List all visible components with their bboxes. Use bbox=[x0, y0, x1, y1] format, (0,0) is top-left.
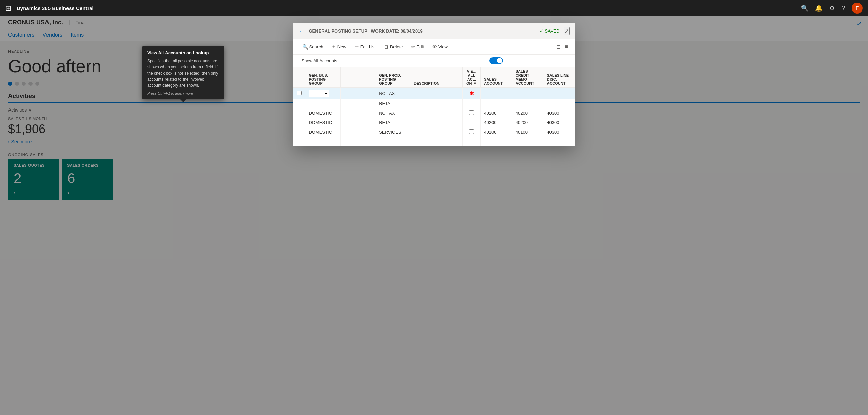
modal: ← GENERAL POSTING SETUP | WORK DATE: 08/… bbox=[293, 23, 575, 146]
cell-gen-bus: DOMESTIC bbox=[305, 118, 341, 127]
tooltip-title: View All Accounts on Lookup bbox=[147, 50, 219, 55]
toggle-row: Show All Accounts bbox=[293, 55, 575, 67]
modal-expand-button[interactable]: ⤢ bbox=[564, 27, 570, 35]
cell-view-all: ✱ bbox=[463, 88, 481, 99]
modal-toolbar: 🔍 Search ＋ New ☰ Edit List 🗑 Delete ✏ Ed… bbox=[293, 39, 575, 55]
view-all-checkbox[interactable] bbox=[469, 101, 474, 105]
pencil-icon: ✏ bbox=[411, 44, 415, 50]
cell-sales-line-disc: 40300 bbox=[543, 108, 575, 118]
table-row: DOMESTICRETAIL402004020040300 bbox=[293, 118, 575, 127]
modal-overlay: ← GENERAL POSTING SETUP | WORK DATE: 08/… bbox=[0, 16, 868, 415]
settings-icon[interactable]: ⚙ bbox=[829, 4, 835, 12]
grid-icon[interactable]: ⊞ bbox=[5, 4, 11, 12]
view-all-checkbox[interactable] bbox=[469, 120, 474, 124]
cell-sales-line-disc: 40300 bbox=[543, 118, 575, 127]
cell-sales-account bbox=[481, 99, 512, 108]
th-view-all[interactable]: VIE...ALLAC...ON ▼ bbox=[463, 67, 481, 88]
cell-sales-credit bbox=[512, 137, 543, 146]
required-asterisk: ✱ bbox=[469, 91, 474, 96]
cell-sales-line-disc bbox=[543, 88, 575, 99]
view-all-checkbox[interactable] bbox=[469, 139, 474, 143]
cell-description bbox=[410, 118, 463, 127]
cell-description bbox=[410, 127, 463, 137]
cell-gen-prod: NO TAX bbox=[375, 108, 410, 118]
row-checkbox[interactable] bbox=[297, 91, 302, 95]
tooltip: View All Accounts on Lookup Specifies th… bbox=[142, 46, 224, 99]
cell-sales-line-disc bbox=[543, 137, 575, 146]
dotted-line bbox=[346, 61, 481, 61]
tooltip-hint: Press Ctrl+F1 to learn more bbox=[147, 91, 219, 95]
show-all-accounts-toggle[interactable] bbox=[489, 57, 503, 64]
eye-icon: 👁 bbox=[432, 44, 437, 50]
edit-button[interactable]: ✏ Edit bbox=[408, 42, 427, 51]
cell-description bbox=[410, 108, 463, 118]
saved-label: SAVED bbox=[545, 28, 559, 34]
th-description: DESCRIPTION bbox=[410, 67, 463, 88]
table-header-row: GEN. BUS.POSTINGGROUP GEN. PROD.POSTINGG… bbox=[293, 67, 575, 88]
cell-sales-credit: 40200 bbox=[512, 108, 543, 118]
modal-saved-status: ✓ SAVED bbox=[540, 28, 559, 34]
search-label: Search bbox=[309, 44, 323, 50]
cell-actions: ⋮ bbox=[341, 88, 375, 99]
cell-sales-credit: 40100 bbox=[512, 127, 543, 137]
plus-icon: ＋ bbox=[331, 44, 336, 50]
view-label: View... bbox=[438, 44, 451, 50]
view-all-checkbox[interactable] bbox=[469, 129, 474, 134]
modal-title: GENERAL POSTING SETUP | WORK DATE: 08/04… bbox=[309, 28, 536, 34]
table-row: ⋮NO TAX✱ bbox=[293, 88, 575, 99]
cell-gen-prod: NO TAX bbox=[375, 88, 410, 99]
search-icon[interactable]: 🔍 bbox=[801, 4, 808, 12]
cell-gen-prod: RETAIL bbox=[375, 99, 410, 108]
th-sales-credit: SALESCREDITMEMOACCOUNT bbox=[512, 67, 543, 88]
avatar[interactable]: F bbox=[852, 3, 863, 14]
cell-sales-account: 40200 bbox=[481, 118, 512, 127]
cell-view-all bbox=[463, 127, 481, 137]
cell-sales-line-disc bbox=[543, 99, 575, 108]
table-row: DOMESTICSERVICES401004010040300 bbox=[293, 127, 575, 137]
view-all-checkbox[interactable] bbox=[469, 110, 474, 115]
cell-sales-line-disc: 40300 bbox=[543, 127, 575, 137]
th-sales-line-disc: SALES LINEDISC.ACCOUNT bbox=[543, 67, 575, 88]
edit-list-label: Edit List bbox=[360, 44, 376, 50]
cell-actions bbox=[341, 99, 375, 108]
th-gen-prod: GEN. PROD.POSTINGGROUP bbox=[375, 67, 410, 88]
cell-actions bbox=[341, 127, 375, 137]
th-actions bbox=[341, 67, 375, 88]
new-button[interactable]: ＋ New bbox=[328, 42, 350, 52]
tooltip-text: Specifies that all possible accounts are… bbox=[147, 58, 219, 88]
show-all-accounts-label: Show All Accounts bbox=[302, 58, 337, 63]
delete-label: Delete bbox=[390, 44, 403, 50]
gen-bus-select[interactable] bbox=[309, 90, 329, 97]
view-button[interactable]: 👁 View... bbox=[429, 42, 455, 51]
table-row: RETAIL bbox=[293, 99, 575, 108]
cell-sales-account: 40200 bbox=[481, 108, 512, 118]
table-row: DOMESTICNO TAX402004020040300 bbox=[293, 108, 575, 118]
list-icon-button[interactable]: ≡ bbox=[563, 42, 569, 51]
cell-sales-account: 40100 bbox=[481, 127, 512, 137]
cell-gen-bus: DOMESTIC bbox=[305, 127, 341, 137]
trash-icon: 🗑 bbox=[384, 44, 389, 50]
table-row bbox=[293, 137, 575, 146]
cell-sales-account bbox=[481, 88, 512, 99]
delete-button[interactable]: 🗑 Delete bbox=[381, 42, 406, 51]
cell-actions bbox=[341, 137, 375, 146]
help-icon[interactable]: ? bbox=[842, 5, 845, 12]
cell-description bbox=[410, 137, 463, 146]
modal-table-area[interactable]: GEN. BUS.POSTINGGROUP GEN. PROD.POSTINGG… bbox=[293, 67, 575, 146]
cell-sales-credit bbox=[512, 99, 543, 108]
cell-gen-bus bbox=[305, 88, 341, 99]
cell-view-all bbox=[463, 108, 481, 118]
modal-back-button[interactable]: ← bbox=[299, 27, 305, 35]
search-button[interactable]: 🔍 Search bbox=[299, 42, 327, 51]
th-gen-bus: GEN. BUS.POSTINGGROUP bbox=[305, 67, 341, 88]
cell-gen-bus bbox=[305, 137, 341, 146]
cell-sales-account bbox=[481, 137, 512, 146]
th-sales-account: SALESACCOUNT bbox=[481, 67, 512, 88]
filter-icon-button[interactable]: ⊡ bbox=[555, 42, 562, 52]
row-actions-dots[interactable]: ⋮ bbox=[344, 91, 350, 96]
cell-view-all bbox=[463, 99, 481, 108]
cell-sales-credit: 40200 bbox=[512, 118, 543, 127]
cell-actions bbox=[341, 108, 375, 118]
bell-icon[interactable]: 🔔 bbox=[815, 4, 823, 12]
edit-list-button[interactable]: ☰ Edit List bbox=[351, 42, 379, 51]
